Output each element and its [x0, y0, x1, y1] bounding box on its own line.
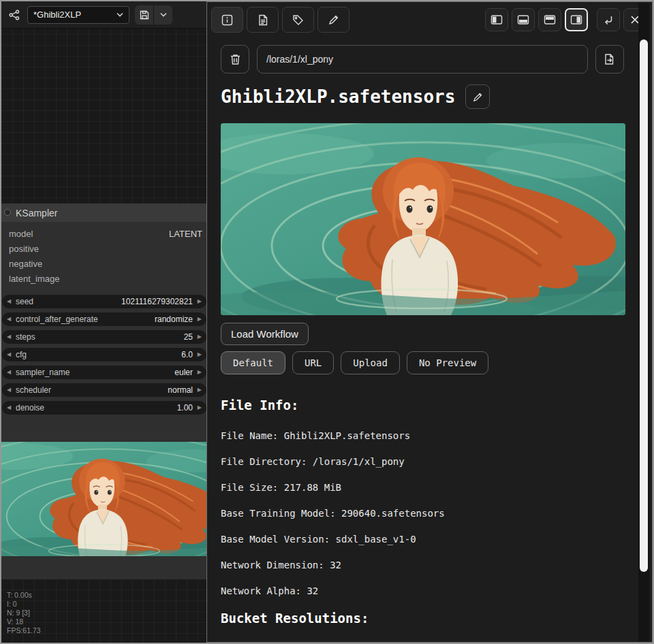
preview-source-row: Default URL Upload No Preview — [221, 351, 488, 374]
chevron-down-icon — [160, 12, 167, 17]
dock-bottom-icon — [517, 14, 529, 26]
save-split-button — [135, 5, 172, 25]
preview-none-button[interactable]: No Preview — [407, 351, 488, 374]
workflow-name: *Ghibli2XLP — [33, 10, 81, 20]
decrement-icon[interactable] — [7, 401, 11, 415]
app-window: KSampler model LATENT positive negative … — [0, 0, 654, 644]
decrement-icon[interactable] — [7, 295, 11, 308]
pencil-icon — [328, 14, 339, 25]
tab-description[interactable] — [247, 7, 279, 33]
panel-scrollbar[interactable] — [638, 3, 649, 641]
widget-cfg[interactable]: cfg 6.0 — [2, 348, 206, 361]
graph-canvas[interactable]: KSampler model LATENT positive negative … — [1, 1, 208, 643]
file-info-heading: File Info: — [221, 398, 298, 413]
decrement-icon[interactable] — [7, 383, 11, 397]
preview-default-button[interactable]: Default — [221, 351, 285, 374]
save-menu-button[interactable] — [154, 5, 172, 25]
dock-bottom-button[interactable] — [512, 8, 535, 31]
node-preview-image — [1, 442, 208, 556]
file-info-network-alpha: Network Alpha: 32 — [221, 585, 318, 596]
file-info-network-dimension: Network Dimension: 32 — [221, 560, 341, 570]
move-model-button[interactable] — [595, 45, 624, 74]
dock-left-icon — [490, 14, 503, 26]
widget-sampler-name[interactable]: sampler_name euler — [2, 366, 206, 379]
load-workflow-button[interactable]: Load Workflow — [221, 323, 309, 345]
trash-icon — [230, 53, 241, 65]
canvas-stats: T: 0.00s I: 0 N: 9 [3] V: 18 FPS:61.73 — [7, 591, 41, 635]
path-row — [221, 45, 624, 74]
bucket-resolutions-heading: Bucket Resolutions: — [221, 611, 369, 626]
widget-control-after-generate[interactable]: control_after_generate randomize — [2, 312, 206, 326]
scrollbar-thumb[interactable] — [640, 39, 648, 572]
node-widgets: seed 1021116279302821 control_after_gene… — [1, 287, 208, 415]
tab-tags[interactable] — [282, 7, 314, 33]
model-info-panel: Ghibli2XLP.safetensors — [206, 1, 653, 643]
file-info-size: File Size: 217.88 MiB — [221, 482, 341, 493]
ksampler-node[interactable]: KSampler model LATENT positive negative … — [1, 203, 208, 580]
file-info-base-training-model: Base Training Model: 290640.safetensors — [221, 508, 445, 519]
increment-icon[interactable] — [198, 366, 202, 379]
dock-right-icon — [570, 14, 582, 26]
decrement-icon[interactable] — [7, 366, 11, 379]
stat-n: N: 9 [3] — [7, 609, 41, 617]
dock-top-button[interactable] — [538, 8, 561, 31]
preview-upload-button[interactable]: Upload — [341, 351, 400, 374]
increment-icon[interactable] — [198, 401, 202, 415]
file-info-directory: File Directory: /loras/1/xl_pony — [221, 456, 405, 467]
stat-fps: FPS:61.73 — [7, 626, 41, 635]
node-header[interactable]: KSampler — [1, 204, 208, 222]
increment-icon[interactable] — [198, 312, 202, 326]
preview-url-button[interactable]: URL — [292, 351, 334, 374]
tab-info[interactable] — [211, 7, 243, 33]
info-icon — [221, 14, 233, 26]
increment-icon[interactable] — [198, 295, 202, 308]
swap-arrow-icon — [602, 14, 614, 26]
decrement-icon[interactable] — [7, 330, 11, 344]
node-title: KSampler — [16, 208, 57, 219]
node-collapse-dot[interactable] — [4, 209, 11, 216]
widget-seed[interactable]: seed 1021116279302821 — [2, 295, 206, 308]
chevron-down-icon — [116, 12, 123, 17]
panel-tabs — [211, 7, 349, 33]
input-slot-negative[interactable]: negative — [1, 257, 208, 272]
title-row: Ghibli2XLP.safetensors — [221, 84, 490, 109]
stat-i: I: 0 — [7, 600, 41, 609]
document-icon — [258, 14, 268, 26]
model-path-input[interactable] — [257, 45, 588, 74]
decrement-icon[interactable] — [7, 348, 11, 361]
increment-icon[interactable] — [198, 348, 202, 361]
swap-side-button[interactable] — [597, 8, 620, 31]
input-slot-model[interactable]: model LATENT — [1, 227, 208, 242]
tab-edit[interactable] — [317, 7, 349, 33]
panel-toolbar — [211, 6, 647, 33]
increment-icon[interactable] — [198, 383, 202, 397]
input-slot-positive[interactable]: positive — [1, 242, 208, 257]
increment-icon[interactable] — [198, 330, 202, 344]
node-io: model LATENT positive negative latent_im… — [1, 222, 208, 287]
workflow-select[interactable]: *Ghibli2XLP — [27, 6, 129, 24]
rename-model-button[interactable] — [465, 84, 490, 109]
workflow-topbar: *Ghibli2XLP — [1, 1, 208, 29]
panel-layout-controls — [485, 8, 647, 31]
dock-right-button[interactable] — [565, 8, 588, 31]
delete-model-button[interactable] — [221, 45, 249, 74]
widget-steps[interactable]: steps 25 — [2, 330, 206, 344]
pencil-icon — [473, 92, 483, 102]
file-move-icon — [604, 53, 616, 65]
input-slot-latent-image[interactable]: latent_image — [1, 272, 208, 287]
widget-scheduler[interactable]: scheduler normal — [2, 383, 206, 397]
save-icon — [140, 10, 149, 20]
save-button[interactable] — [135, 5, 153, 25]
dock-top-icon — [544, 14, 556, 26]
tag-icon — [292, 14, 304, 26]
dock-left-button[interactable] — [485, 8, 508, 31]
widget-denoise[interactable]: denoise 1.00 — [2, 401, 206, 415]
file-info-base-model-version: Base Model Version: sdxl_base_v1-0 — [221, 534, 416, 545]
stat-v: V: 18 — [7, 617, 41, 626]
file-info-name: File Name: Ghibli2XLP.safetensors — [221, 430, 410, 441]
decrement-icon[interactable] — [7, 312, 11, 326]
model-title: Ghibli2XLP.safetensors — [221, 86, 455, 107]
workflows-icon[interactable] — [7, 7, 22, 22]
preview-image[interactable] — [221, 123, 625, 315]
output-slot-latent[interactable]: LATENT — [169, 227, 202, 242]
